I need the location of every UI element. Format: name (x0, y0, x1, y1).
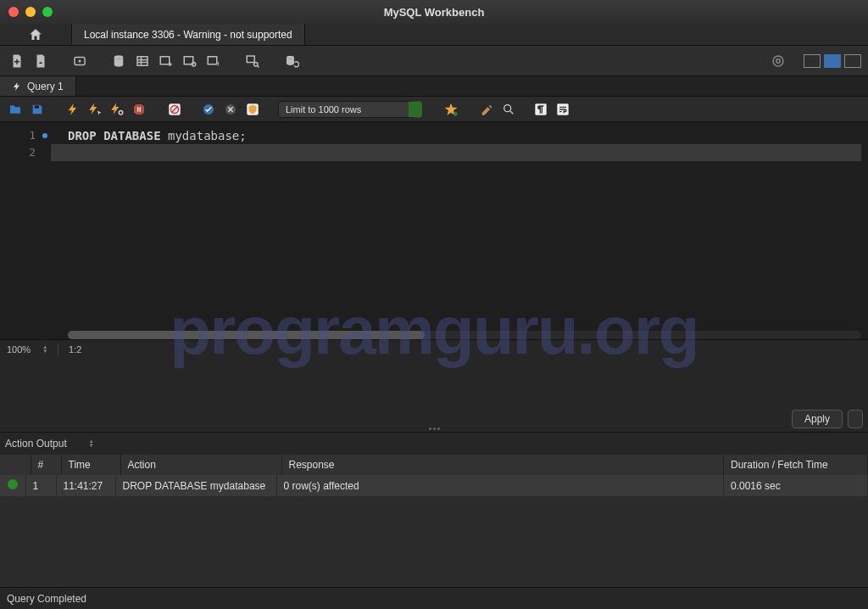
find-button[interactable] (500, 101, 517, 118)
line-number: 2 (0, 144, 36, 161)
editor-gutter: 1 2 (0, 122, 51, 331)
toggle-safe-button[interactable] (244, 101, 261, 118)
open-sql-file-button[interactable] (31, 51, 51, 71)
toggle-invisible-button[interactable] (532, 101, 549, 118)
pilcrow-icon (534, 103, 548, 116)
create-function-button[interactable]: f (203, 51, 224, 71)
brush-icon (480, 103, 493, 116)
lightning-search-icon (109, 102, 125, 117)
create-schema-button[interactable] (108, 51, 129, 71)
lightning-cursor-icon (87, 102, 103, 117)
query-toolbar: Limit to 1000 rows (0, 97, 868, 122)
output-table: # Time Action Response Duration / Fetch … (0, 455, 868, 475)
zoom-level[interactable]: 100% (7, 344, 31, 355)
editor-code[interactable]: DROP DATABASE mydatabase; (51, 122, 868, 331)
execute-button[interactable] (64, 101, 81, 118)
connection-tabbar: Local instance 3306 - Warning - not supp… (0, 24, 868, 46)
col-duration[interactable]: Duration / Fetch Time (724, 455, 868, 475)
cell-time: 11:41:27 (56, 475, 115, 496)
beautify-button[interactable] (442, 101, 459, 118)
svg-text:f: f (218, 61, 220, 67)
col-index[interactable]: # (31, 455, 61, 475)
table-plus-icon (159, 53, 174, 69)
sql-identifier: mydatabase (161, 129, 240, 142)
no-autocommit-icon (167, 102, 182, 117)
connection-tab[interactable]: Local instance 3306 - Warning - not supp… (72, 24, 305, 45)
file-plus-icon (9, 53, 25, 69)
apply-button[interactable]: Apply (792, 410, 843, 428)
toggle-sidebar-button[interactable] (804, 54, 821, 68)
new-sql-file-button[interactable] (7, 51, 27, 71)
maximize-window-button[interactable] (42, 7, 53, 17)
create-procedure-button[interactable] (180, 51, 200, 71)
open-file-button[interactable] (7, 101, 24, 118)
row-limit-select[interactable]: Limit to 1000 rows (278, 101, 422, 118)
revert-button[interactable] (848, 410, 863, 428)
connection-tab-label: Local instance 3306 - Warning - not supp… (84, 29, 292, 41)
search-table-button[interactable] (242, 51, 263, 71)
svg-point-2 (114, 55, 124, 59)
output-mode-stepper[interactable]: ▲▼ (89, 439, 94, 448)
query-tab[interactable]: Query 1 (0, 76, 76, 96)
stop-button[interactable] (131, 101, 147, 118)
toggle-output-button[interactable] (824, 54, 841, 68)
col-status[interactable] (0, 455, 31, 475)
check-circle-icon (202, 103, 215, 116)
toggle-wrap-button[interactable] (554, 101, 571, 118)
toggle-autocommit-button[interactable] (166, 101, 183, 118)
inspector-icon (72, 53, 87, 69)
lightning-icon (12, 81, 22, 92)
output-row[interactable]: 1 11:41:27 DROP DATABASE mydatabase 0 ro… (0, 475, 868, 496)
database-refresh-icon (284, 53, 299, 69)
home-tab[interactable] (0, 24, 72, 45)
cell-response: 0 row(s) affected (276, 475, 724, 496)
table-fn-icon: f (206, 53, 221, 69)
col-action[interactable]: Action (120, 455, 281, 475)
svg-point-15 (119, 110, 123, 115)
brush-button[interactable] (478, 101, 495, 118)
execute-current-button[interactable] (86, 101, 103, 118)
commit-button[interactable] (200, 101, 217, 118)
results-placeholder: Apply (0, 358, 868, 433)
svg-rect-3 (137, 56, 147, 65)
file-open-icon (33, 53, 48, 69)
window-controls (8, 7, 53, 17)
minimize-window-button[interactable] (25, 7, 36, 17)
cell-action: DROP DATABASE mydatabase (115, 475, 276, 496)
col-response[interactable]: Response (281, 455, 724, 475)
save-icon (31, 103, 44, 116)
create-view-button[interactable] (156, 51, 176, 71)
create-table-button[interactable] (132, 51, 153, 71)
explain-button[interactable] (108, 101, 125, 118)
table-gear-icon (182, 53, 198, 69)
x-circle-icon (224, 103, 237, 116)
svg-point-11 (287, 55, 294, 59)
save-file-button[interactable] (29, 101, 46, 118)
query-tabbar: Query 1 (0, 76, 868, 97)
svg-rect-4 (160, 56, 170, 64)
status-ok-icon (8, 479, 18, 489)
svg-point-12 (773, 56, 783, 66)
output-mode-select[interactable]: Action Output ▲▼ (5, 438, 94, 450)
sql-editor[interactable]: 1 2 DROP DATABASE mydatabase; (0, 122, 868, 339)
rollback-button[interactable] (222, 101, 239, 118)
reconnect-button[interactable] (281, 51, 302, 71)
resize-grip[interactable] (424, 427, 444, 431)
output-header: Action Output ▲▼ (0, 433, 868, 455)
statusbar: Query Completed (0, 587, 868, 609)
titlebar: MySQL Workbench (0, 0, 868, 24)
search-table-icon (245, 53, 260, 69)
editor-hscrollbar[interactable] (68, 331, 861, 339)
col-time[interactable]: Time (61, 455, 120, 475)
inspector-button[interactable] (70, 51, 90, 71)
close-window-button[interactable] (8, 7, 19, 17)
cell-index: 1 (25, 475, 56, 496)
gear-icon (771, 53, 786, 69)
settings-button[interactable] (768, 51, 788, 71)
zoom-stepper[interactable]: ▲▼ (42, 345, 47, 354)
shield-icon (245, 102, 260, 117)
star-icon (443, 102, 459, 117)
toggle-secondary-button[interactable] (844, 54, 861, 68)
output-mode-label: Action Output (5, 438, 67, 450)
sql-keyword: DROP DATABASE (68, 129, 161, 142)
